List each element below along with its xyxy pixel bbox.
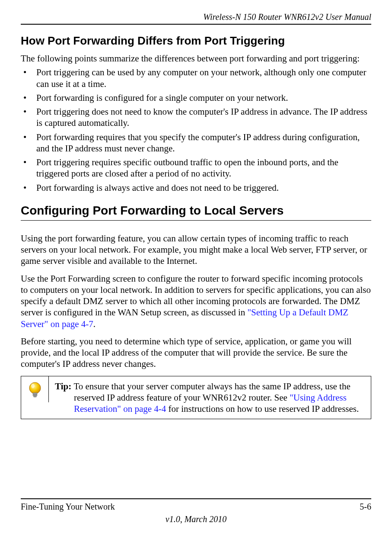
tip-icon-cell: [21, 376, 49, 402]
footer-divider: [21, 498, 371, 499]
list-item: Port forwarding is always active and doe…: [21, 182, 371, 193]
section-heading-configuring: Configuring Port Forwarding to Local Ser…: [21, 204, 371, 218]
section-divider: [21, 220, 371, 221]
svg-point-4: [31, 383, 35, 388]
lightbulb-icon: [26, 381, 44, 398]
tip-label: Tip:: [55, 381, 73, 391]
list-item: Port triggering requires specific outbou…: [21, 157, 371, 180]
tip-callout-box: Tip: To ensure that your server computer…: [21, 376, 371, 420]
body-paragraph-2: Use the Port Forwarding screen to config…: [21, 273, 371, 330]
list-item: Port triggering does not need to know th…: [21, 106, 371, 129]
footer-version: v1.0, March 2010: [21, 514, 371, 524]
body-paragraph-3: Before starting, you need to determine w…: [21, 336, 371, 370]
list-item: Port triggering can be used by any compu…: [21, 67, 371, 90]
tip-post-text: for instructions on how to use reserved …: [166, 404, 359, 414]
svg-rect-2: [33, 395, 37, 396]
svg-rect-3: [33, 396, 36, 397]
doc-header-title: Wireless-N 150 Router WNR612v2 User Manu…: [21, 12, 371, 22]
list-item: Port forwarding is configured for a sing…: [21, 92, 371, 103]
list-item: Port forwarding requires that you specif…: [21, 132, 371, 154]
body-paragraph-1: Using the port forwarding feature, you c…: [21, 233, 371, 267]
para2-post-text: .: [93, 319, 96, 329]
header-divider: [21, 24, 371, 25]
section-heading-differences: How Port Forwarding Differs from Port Tr…: [21, 34, 371, 48]
page-footer: Fine-Tuning Your Network 5-6 v1.0, March…: [21, 498, 371, 524]
differences-bullet-list: Port triggering can be used by any compu…: [21, 67, 371, 193]
footer-chapter: Fine-Tuning Your Network: [21, 502, 115, 512]
svg-rect-1: [33, 393, 37, 395]
svg-point-0: [29, 382, 41, 394]
tip-text: Tip: To ensure that your server computer…: [49, 376, 371, 419]
footer-page-number: 5-6: [360, 502, 371, 512]
intro-paragraph: The following points summarize the diffe…: [21, 53, 371, 64]
